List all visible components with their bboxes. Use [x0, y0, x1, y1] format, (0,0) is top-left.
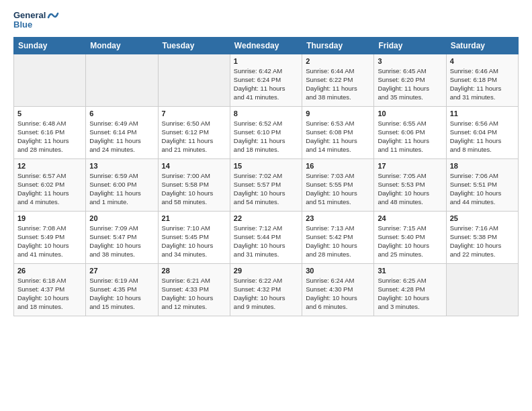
day-info: Sunrise: 6:50 AM Sunset: 6:12 PM Dayligh… — [162, 119, 226, 154]
calendar-cell: 3Sunrise: 6:45 AM Sunset: 6:20 PM Daylig… — [374, 54, 446, 106]
calendar-cell: 26Sunrise: 6:18 AM Sunset: 4:37 PM Dayli… — [14, 263, 86, 316]
calendar-cell: 9Sunrise: 6:53 AM Sunset: 6:08 PM Daylig… — [302, 106, 374, 158]
day-info: Sunrise: 6:21 AM Sunset: 4:33 PM Dayligh… — [162, 276, 226, 312]
day-number: 18 — [450, 162, 515, 170]
calendar-table: SundayMondayTuesdayWednesdayThursdayFrid… — [13, 37, 519, 316]
calendar-week-row: 1Sunrise: 6:42 AM Sunset: 6:24 PM Daylig… — [14, 54, 519, 106]
calendar-week-row: 19Sunrise: 7:08 AM Sunset: 5:49 PM Dayli… — [14, 211, 519, 263]
calendar-day-header: Monday — [86, 37, 158, 54]
day-info: Sunrise: 7:16 AM Sunset: 5:38 PM Dayligh… — [450, 224, 515, 259]
day-info: Sunrise: 6:48 AM Sunset: 6:16 PM Dayligh… — [17, 119, 82, 154]
day-number: 17 — [378, 162, 442, 170]
calendar-day-header: Thursday — [302, 37, 374, 54]
calendar-cell: 5Sunrise: 6:48 AM Sunset: 6:16 PM Daylig… — [14, 106, 86, 158]
calendar-cell: 30Sunrise: 6:24 AM Sunset: 4:30 PM Dayli… — [302, 263, 374, 316]
day-number: 5 — [17, 109, 82, 118]
day-info: Sunrise: 6:56 AM Sunset: 6:04 PM Dayligh… — [450, 119, 515, 154]
day-number: 25 — [450, 214, 515, 222]
calendar-cell — [14, 54, 86, 106]
day-number: 27 — [89, 267, 154, 275]
calendar-header-row: SundayMondayTuesdayWednesdayThursdayFrid… — [14, 37, 519, 54]
day-info: Sunrise: 6:52 AM Sunset: 6:10 PM Dayligh… — [234, 119, 298, 154]
day-info: Sunrise: 7:00 AM Sunset: 5:58 PM Dayligh… — [162, 171, 226, 207]
day-info: Sunrise: 6:45 AM Sunset: 6:20 PM Dayligh… — [378, 66, 442, 102]
calendar-cell: 23Sunrise: 7:13 AM Sunset: 5:42 PM Dayli… — [302, 211, 374, 263]
header: General Blue — [13, 11, 519, 30]
day-info: Sunrise: 6:22 AM Sunset: 4:32 PM Dayligh… — [234, 276, 298, 312]
day-number: 28 — [162, 267, 226, 275]
logo-wave-icon — [47, 11, 59, 20]
page: General Blue SundayMondayTuesdayWednesda… — [0, 0, 532, 411]
day-info: Sunrise: 6:46 AM Sunset: 6:18 PM Dayligh… — [450, 66, 515, 102]
day-info: Sunrise: 6:57 AM Sunset: 6:02 PM Dayligh… — [17, 171, 82, 207]
day-info: Sunrise: 7:05 AM Sunset: 5:53 PM Dayligh… — [378, 171, 442, 207]
calendar-week-row: 26Sunrise: 6:18 AM Sunset: 4:37 PM Dayli… — [14, 263, 519, 316]
calendar-cell: 15Sunrise: 7:02 AM Sunset: 5:57 PM Dayli… — [230, 158, 302, 211]
calendar-cell: 31Sunrise: 6:25 AM Sunset: 4:28 PM Dayli… — [374, 263, 446, 316]
calendar-cell — [86, 54, 158, 106]
day-info: Sunrise: 6:53 AM Sunset: 6:08 PM Dayligh… — [306, 119, 370, 154]
calendar-day-header: Sunday — [14, 37, 86, 54]
day-number: 15 — [234, 162, 298, 170]
day-number: 8 — [234, 109, 298, 118]
day-info: Sunrise: 6:42 AM Sunset: 6:24 PM Dayligh… — [234, 66, 298, 102]
day-number: 31 — [378, 267, 442, 275]
day-info: Sunrise: 6:24 AM Sunset: 4:30 PM Dayligh… — [306, 276, 370, 312]
calendar-cell: 25Sunrise: 7:16 AM Sunset: 5:38 PM Dayli… — [446, 211, 518, 263]
calendar-cell: 13Sunrise: 6:59 AM Sunset: 6:00 PM Dayli… — [86, 158, 158, 211]
calendar-week-row: 12Sunrise: 6:57 AM Sunset: 6:02 PM Dayli… — [14, 158, 519, 211]
day-number: 16 — [306, 162, 370, 170]
day-info: Sunrise: 6:25 AM Sunset: 4:28 PM Dayligh… — [378, 276, 442, 312]
day-info: Sunrise: 7:03 AM Sunset: 5:55 PM Dayligh… — [306, 171, 370, 207]
calendar-cell: 8Sunrise: 6:52 AM Sunset: 6:10 PM Daylig… — [230, 106, 302, 158]
calendar-cell: 28Sunrise: 6:21 AM Sunset: 4:33 PM Dayli… — [158, 263, 230, 316]
calendar-cell: 6Sunrise: 6:49 AM Sunset: 6:14 PM Daylig… — [86, 106, 158, 158]
day-number: 30 — [306, 267, 370, 275]
day-info: Sunrise: 7:06 AM Sunset: 5:51 PM Dayligh… — [450, 171, 515, 207]
calendar-cell: 21Sunrise: 7:10 AM Sunset: 5:45 PM Dayli… — [158, 211, 230, 263]
day-number: 29 — [234, 267, 298, 275]
calendar-cell: 16Sunrise: 7:03 AM Sunset: 5:55 PM Dayli… — [302, 158, 374, 211]
calendar-cell: 29Sunrise: 6:22 AM Sunset: 4:32 PM Dayli… — [230, 263, 302, 316]
calendar-cell: 12Sunrise: 6:57 AM Sunset: 6:02 PM Dayli… — [14, 158, 86, 211]
day-number: 2 — [306, 57, 370, 65]
calendar-week-row: 5Sunrise: 6:48 AM Sunset: 6:16 PM Daylig… — [14, 106, 519, 158]
calendar-cell: 17Sunrise: 7:05 AM Sunset: 5:53 PM Dayli… — [374, 158, 446, 211]
calendar-cell: 11Sunrise: 6:56 AM Sunset: 6:04 PM Dayli… — [446, 106, 518, 158]
day-info: Sunrise: 7:13 AM Sunset: 5:42 PM Dayligh… — [306, 224, 370, 259]
logo: General Blue — [13, 11, 59, 30]
day-number: 23 — [306, 214, 370, 222]
calendar-cell: 27Sunrise: 6:19 AM Sunset: 4:35 PM Dayli… — [86, 263, 158, 316]
day-info: Sunrise: 7:09 AM Sunset: 5:47 PM Dayligh… — [89, 224, 154, 259]
calendar-cell: 2Sunrise: 6:44 AM Sunset: 6:22 PM Daylig… — [302, 54, 374, 106]
day-number: 14 — [162, 162, 226, 170]
day-number: 7 — [162, 109, 226, 118]
calendar-cell: 22Sunrise: 7:12 AM Sunset: 5:44 PM Dayli… — [230, 211, 302, 263]
day-number: 4 — [450, 57, 515, 65]
day-info: Sunrise: 6:55 AM Sunset: 6:06 PM Dayligh… — [378, 119, 442, 154]
day-info: Sunrise: 6:49 AM Sunset: 6:14 PM Dayligh… — [89, 119, 154, 154]
day-number: 19 — [17, 214, 82, 222]
day-number: 1 — [234, 57, 298, 65]
day-info: Sunrise: 7:02 AM Sunset: 5:57 PM Dayligh… — [234, 171, 298, 207]
day-number: 6 — [89, 109, 154, 118]
day-info: Sunrise: 6:19 AM Sunset: 4:35 PM Dayligh… — [89, 276, 154, 312]
day-number: 9 — [306, 109, 370, 118]
calendar-day-header: Tuesday — [158, 37, 230, 54]
calendar-cell: 7Sunrise: 6:50 AM Sunset: 6:12 PM Daylig… — [158, 106, 230, 158]
calendar-day-header: Wednesday — [230, 37, 302, 54]
calendar-cell: 14Sunrise: 7:00 AM Sunset: 5:58 PM Dayli… — [158, 158, 230, 211]
day-number: 11 — [450, 109, 515, 118]
day-info: Sunrise: 6:59 AM Sunset: 6:00 PM Dayligh… — [89, 171, 154, 207]
calendar-cell: 19Sunrise: 7:08 AM Sunset: 5:49 PM Dayli… — [14, 211, 86, 263]
calendar-cell: 20Sunrise: 7:09 AM Sunset: 5:47 PM Dayli… — [86, 211, 158, 263]
day-number: 20 — [89, 214, 154, 222]
day-info: Sunrise: 7:15 AM Sunset: 5:40 PM Dayligh… — [378, 224, 442, 259]
calendar-cell: 1Sunrise: 6:42 AM Sunset: 6:24 PM Daylig… — [230, 54, 302, 106]
day-number: 24 — [378, 214, 442, 222]
calendar-cell: 4Sunrise: 6:46 AM Sunset: 6:18 PM Daylig… — [446, 54, 518, 106]
day-number: 21 — [162, 214, 226, 222]
day-info: Sunrise: 7:08 AM Sunset: 5:49 PM Dayligh… — [17, 224, 82, 259]
calendar-cell: 18Sunrise: 7:06 AM Sunset: 5:51 PM Dayli… — [446, 158, 518, 211]
calendar-cell: 24Sunrise: 7:15 AM Sunset: 5:40 PM Dayli… — [374, 211, 446, 263]
